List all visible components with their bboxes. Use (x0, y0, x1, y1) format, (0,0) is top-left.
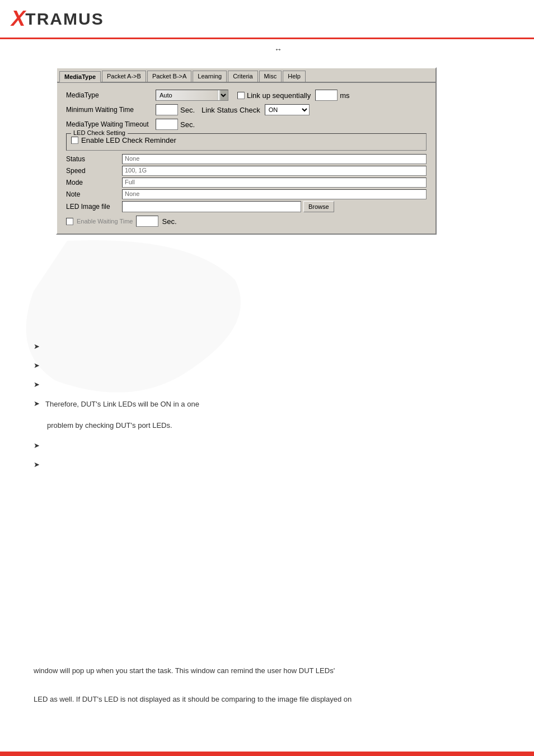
mediatype-timeout-label: MediaType Waiting Timeout (66, 120, 156, 128)
tab-criteria[interactable]: Criteria (228, 71, 257, 82)
panel-content: MediaType Auto Link up sequentially 200 … (57, 83, 435, 234)
status-value: None (122, 154, 427, 164)
bullet-1: ➤ (34, 342, 512, 351)
tab-mediatype[interactable]: MediaType (59, 71, 101, 82)
waiting-unit: Sec. (162, 217, 176, 226)
bullet-arrow-3: ➤ (34, 380, 40, 389)
note-row: Note None (66, 189, 427, 199)
link-seq-unit: ms (340, 91, 349, 100)
led-image-label: LED Image file (66, 203, 122, 211)
bullet-arrow-2: ➤ (34, 361, 40, 370)
led-check-group: LED Check Setting Enable LED Check Remin… (66, 133, 427, 151)
link-seq-input[interactable]: 200 (315, 90, 338, 101)
status-label: Status (66, 155, 122, 163)
speed-label: Speed (66, 167, 122, 175)
bullet-arrow-1: ➤ (34, 342, 40, 351)
tab-packet-ba[interactable]: Packet B->A (147, 71, 191, 82)
min-wait-label: Minimum Waiting Time (66, 106, 156, 114)
status-row: Status None (66, 154, 427, 164)
led-group-title: LED Check Setting (71, 129, 128, 136)
bottom-paragraph-2: LED as well. If DUT's LED is not display… (34, 694, 512, 706)
tab-learning[interactable]: Learning (193, 71, 227, 82)
header: X TRAMUS (0, 0, 534, 39)
bullet-arrow-5: ➤ (34, 441, 40, 450)
mediatype-controls: Auto Link up sequentially 200 ms (156, 90, 350, 101)
speed-value: 100, 1G (122, 166, 427, 176)
tab-misc[interactable]: Misc (259, 71, 282, 82)
mediatype-timeout-row: MediaType Waiting Timeout 5 Sec. (66, 119, 427, 130)
bottom-border (0, 752, 534, 756)
min-wait-row: Minimum Waiting Time 3 Sec. Link Status … (66, 104, 427, 115)
led-enable-checkbox[interactable] (71, 137, 78, 144)
led-image-row: LED Image file C:\Program Files\NuStream… (66, 201, 427, 212)
bullet-6: ➤ (34, 460, 512, 469)
mediatype-select[interactable]: Auto (156, 90, 228, 101)
note-value: None (122, 189, 427, 199)
speed-row: Speed 100, 1G (66, 166, 427, 176)
waiting-input[interactable]: 5 (136, 216, 158, 227)
bottom-paragraph-1: window will pop up when you start the ta… (34, 665, 512, 677)
mediatype-row: MediaType Auto Link up sequentially 200 … (66, 90, 427, 101)
min-wait-unit: Sec. (180, 106, 195, 114)
link-status-label: Link Status Check (202, 106, 260, 114)
waiting-checkbox[interactable] (66, 218, 73, 225)
bullet-2: ➤ (34, 361, 512, 370)
bullet-5: ➤ (34, 441, 512, 450)
led-enable-row: Enable LED Check Reminder (71, 136, 421, 144)
note-label: Note (66, 190, 122, 198)
bullet-sub-text: problem by checking DUT's port LEDs. (47, 420, 512, 431)
tab-help[interactable]: Help (283, 71, 306, 82)
bullet-3: ➤ (34, 380, 512, 389)
logo-tramus: TRAMUS (25, 10, 104, 29)
mode-row: Mode Full (66, 178, 427, 188)
browse-button[interactable]: Browse (303, 201, 334, 212)
waiting-row: Enable Waiting Time 5 Sec. (66, 216, 427, 227)
main-panel: MediaType Packet A->B Packet B->A Learni… (56, 67, 437, 235)
min-wait-input[interactable]: 3 (156, 104, 178, 115)
link-seq-label: Link up sequentially (247, 91, 311, 100)
led-image-input[interactable]: C:\Program Files\NuStreams\\DApps-MPT v2 (122, 201, 301, 212)
mediatype-timeout-controls: 5 Sec. (156, 119, 195, 130)
tab-bar: MediaType Packet A->B Packet B->A Learni… (57, 68, 435, 83)
waiting-label: Enable Waiting Time (77, 218, 133, 225)
link-seq-checkbox[interactable] (237, 92, 245, 99)
bottom-text-section: window will pop up when you start the ta… (34, 665, 512, 722)
led-enable-label: Enable LED Check Reminder (81, 136, 176, 144)
bullet-arrow-6: ➤ (34, 460, 40, 469)
mediatype-label: MediaType (66, 91, 156, 99)
mediatype-timeout-input[interactable]: 5 (156, 119, 178, 130)
min-wait-controls: 3 Sec. Link Status Check ON (156, 104, 310, 115)
mediatype-timeout-unit: Sec. (180, 120, 195, 129)
bullet-4: ➤ Therefore, DUT's Link LEDs will be ON … (34, 399, 512, 410)
tab-packet-ab[interactable]: Packet A->B (102, 71, 146, 82)
mode-value: Full (122, 178, 427, 188)
mode-label: Mode (66, 179, 122, 186)
logo-x: X (11, 7, 25, 31)
bullet-text-5: problem by checking DUT's port LEDs. (47, 421, 172, 430)
bullets-section: ➤ ➤ ➤ ➤ Therefore, DUT's Link LEDs will … (34, 342, 512, 479)
bullet-arrow-4: ➤ (34, 399, 40, 408)
bullet-text-4: Therefore, DUT's Link LEDs will be ON in… (45, 399, 199, 410)
header-arrow: ↔ (274, 45, 282, 54)
link-status-select[interactable]: ON (265, 104, 310, 115)
